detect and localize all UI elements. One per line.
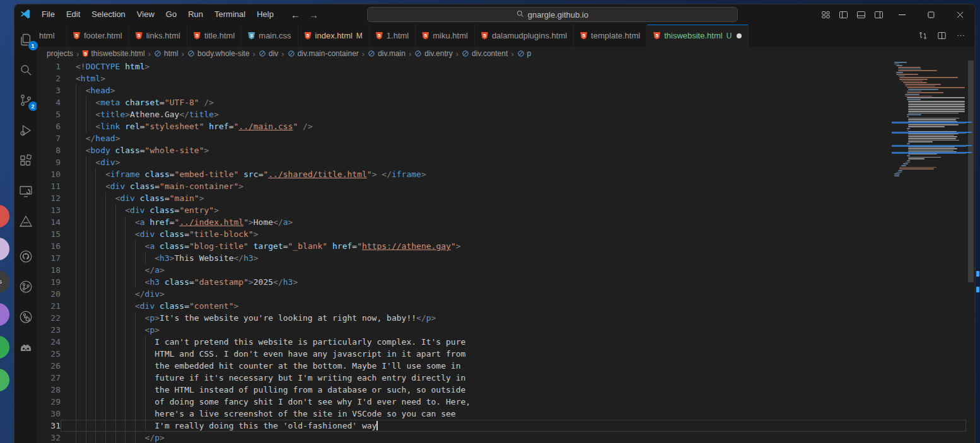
tab-miku.html[interactable]: 5miku.html <box>416 25 475 47</box>
menu-item-go[interactable]: Go <box>160 4 182 25</box>
code-line-31[interactable]: 31 I'm really doing this the 'old-fashio… <box>37 420 966 432</box>
split-editor-icon[interactable] <box>933 28 950 44</box>
code-line-21[interactable]: 21 <div class="content"> <box>37 300 966 312</box>
git-graph-icon[interactable] <box>18 279 33 294</box>
back-button[interactable]: ← <box>291 9 300 20</box>
code-line-12[interactable]: 12 <div class="main"> <box>37 192 966 204</box>
code-line-7[interactable]: 7 </head> <box>37 132 966 144</box>
github-icon[interactable] <box>18 249 33 264</box>
breadcrumb-item-div.content[interactable]: div.content <box>462 49 508 58</box>
code-line-22[interactable]: 22 <p>It's the website you're looking at… <box>37 312 966 324</box>
gitlens-icon[interactable] <box>18 309 33 325</box>
code-line-32[interactable]: 32 </p> <box>37 432 966 443</box>
toggle-secondary-sidebar-icon[interactable] <box>870 4 888 25</box>
minimap[interactable] <box>892 60 966 443</box>
toggle-panel-icon[interactable] <box>853 4 870 25</box>
line-number: 9 <box>37 156 61 168</box>
menu-item-edit[interactable]: Edit <box>61 4 86 25</box>
forward-button[interactable]: → <box>309 9 318 20</box>
menu-item-help[interactable]: Help <box>251 4 279 25</box>
breadcrumb-item-body.whole-site[interactable]: body.whole-site <box>187 49 250 58</box>
run-debug-icon[interactable] <box>18 123 33 138</box>
breadcrumb-item-html[interactable]: html <box>154 49 178 58</box>
close-icon[interactable] <box>946 4 975 25</box>
code-line-24[interactable]: 24 I can't pretend this website is parti… <box>37 336 966 348</box>
tab-label: template.html <box>591 31 640 40</box>
code-line-13[interactable]: 13 <div class="entry"> <box>37 204 966 216</box>
command-center-search[interactable]: gnargle.github.io <box>367 7 738 22</box>
code-line-9[interactable]: 9 <div> <box>37 156 966 168</box>
dirty-indicator-icon[interactable] <box>737 33 742 38</box>
code-line-1[interactable]: 1<!DOCTYPE html> <box>37 60 966 72</box>
code-line-10[interactable]: 10 <iframe class="embed-title" src="../s… <box>37 168 966 180</box>
tab-thiswebsite.html[interactable]: 5thiswebsite.htmlU <box>647 25 749 47</box>
code-line-5[interactable]: 5 <title>Athene.Gay</title> <box>37 108 966 120</box>
remote-explorer-icon[interactable] <box>18 183 33 198</box>
tab-main.css[interactable]: 3main.css <box>242 25 298 47</box>
code-line-14[interactable]: 14 <a href="../index.html">Home</a> <box>37 216 966 228</box>
extensions-icon[interactable] <box>18 153 33 168</box>
breadcrumb-item-p[interactable]: p <box>517 49 532 58</box>
code-line-19[interactable]: 19 <h3 class="datestamp">2025</h3> <box>37 276 966 288</box>
code-line-4[interactable]: 4 <meta charset="UTF-8" /> <box>37 96 966 108</box>
symbol-element-icon <box>368 50 375 57</box>
code-line-3[interactable]: 3 <head> <box>37 84 966 96</box>
scrollbar-slider[interactable] <box>968 60 974 282</box>
code-line-18[interactable]: 18 </a> <box>37 264 966 276</box>
code-editor[interactable]: 1<!DOCTYPE html>2<html>3 <head>4 <meta c… <box>37 60 975 443</box>
code-line-23[interactable]: 23 <p> <box>37 324 966 336</box>
tab-dalamudplugins.html[interactable]: 5dalamudplugins.html <box>475 25 574 47</box>
tab-html[interactable]: html <box>37 25 67 47</box>
menu-item-view[interactable]: View <box>131 4 160 25</box>
breadcrumb-item-thiswebsite.html[interactable]: 5thiswebsite.html <box>82 49 144 58</box>
explorer-icon[interactable]: 1 <box>18 32 33 47</box>
code-line-8[interactable]: 8 <body class="whole-site"> <box>37 144 966 156</box>
tab-title.html[interactable]: 5title.html <box>187 25 242 47</box>
code-line-16[interactable]: 16 <a class="blog-title" target="_blank"… <box>37 240 966 252</box>
menu-item-run[interactable]: Run <box>182 4 209 25</box>
minimap-line <box>908 89 938 90</box>
tab-links.html[interactable]: 5links.html <box>129 25 187 47</box>
search-icon[interactable] <box>18 62 33 78</box>
minimap-line <box>896 74 918 75</box>
code-line-6[interactable]: 6 <link rel="stylesheet" href="../main.c… <box>37 120 966 132</box>
code-line-30[interactable]: 30 here's a live screenshot of the site … <box>37 408 966 420</box>
triangle-a-icon[interactable] <box>18 214 33 229</box>
code-line-28[interactable]: 28 the HTML instead of pulling from a da… <box>37 384 966 396</box>
tab-1.html[interactable]: 51.html <box>370 25 416 47</box>
source-control-icon[interactable]: 2 <box>18 93 33 108</box>
tab-index.html[interactable]: 5index.htmlM <box>298 25 370 47</box>
code-line-27[interactable]: 27 future if it's necessary but I'm writ… <box>37 372 966 384</box>
html-file-icon: 5 <box>653 32 660 40</box>
breadcrumb-item-div[interactable]: div <box>259 49 278 58</box>
minimize-icon[interactable] <box>888 4 917 25</box>
code-line-25[interactable]: 25 HTML and CSS. I don't even have any j… <box>37 348 966 360</box>
breadcrumb-item-div.entry[interactable]: div.entry <box>414 49 452 58</box>
menu-item-file[interactable]: File <box>36 4 61 25</box>
code-line-29[interactable]: 29 of doing some fancy shit I don't see … <box>37 396 966 408</box>
menu-item-selection[interactable]: Selection <box>86 4 131 25</box>
breadcrumb-item-div.main-container[interactable]: div.main-container <box>288 49 359 58</box>
code-line-11[interactable]: 11 <div class="main-container"> <box>37 180 966 192</box>
breadcrumb-item-div.main[interactable]: div.main <box>368 49 405 58</box>
toggle-sidebar-icon[interactable] <box>835 4 853 25</box>
tab-footer.html[interactable]: 5footer.html <box>67 25 129 47</box>
minimap-line <box>907 116 909 117</box>
line-number: 3 <box>37 84 61 96</box>
code-line-2[interactable]: 2<html> <box>37 72 966 84</box>
customize-layout-icon[interactable] <box>817 4 835 25</box>
godot-icon[interactable] <box>18 340 33 355</box>
code-line-17[interactable]: 17 <h3>This Website</h3> <box>37 252 966 264</box>
vertical-scrollbar[interactable] <box>966 60 975 443</box>
code-line-20[interactable]: 20 </div> <box>37 288 966 300</box>
tab-template.html[interactable]: 5template.html <box>574 25 647 47</box>
menu-item-terminal[interactable]: Terminal <box>209 4 251 25</box>
more-actions-icon[interactable] <box>952 28 969 44</box>
line-number: 17 <box>37 252 61 264</box>
titlebar-right <box>817 4 975 25</box>
open-changes-icon[interactable] <box>914 28 931 44</box>
breadcrumb-item-projects[interactable]: projects <box>47 49 73 58</box>
maximize-icon[interactable] <box>917 4 946 25</box>
code-line-15[interactable]: 15 <div class="title-block"> <box>37 228 966 240</box>
code-line-26[interactable]: 26 the embedded hit counter at the botto… <box>37 360 966 372</box>
